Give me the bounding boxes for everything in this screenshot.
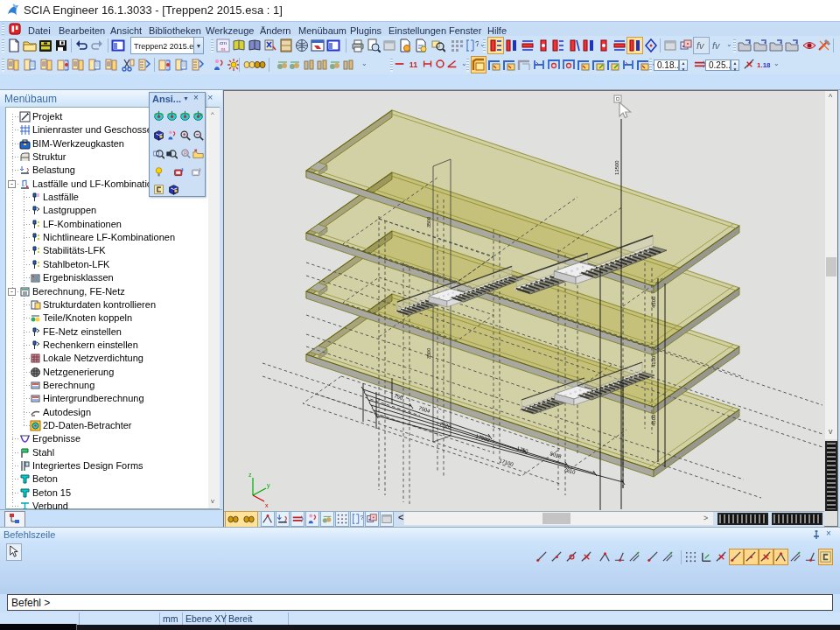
- svg-text:4500: 4500: [651, 414, 656, 426]
- svg-text:4100: 4100: [651, 355, 656, 368]
- svg-text:y: y: [267, 482, 270, 489]
- svg-text:3500: 3500: [426, 217, 431, 228]
- svg-text:z: z: [248, 472, 252, 478]
- svg-text:x: x: [265, 502, 269, 508]
- svg-text:13500: 13500: [614, 160, 620, 175]
- svg-text:4500: 4500: [651, 296, 656, 308]
- svg-text:3500: 3500: [426, 348, 431, 359]
